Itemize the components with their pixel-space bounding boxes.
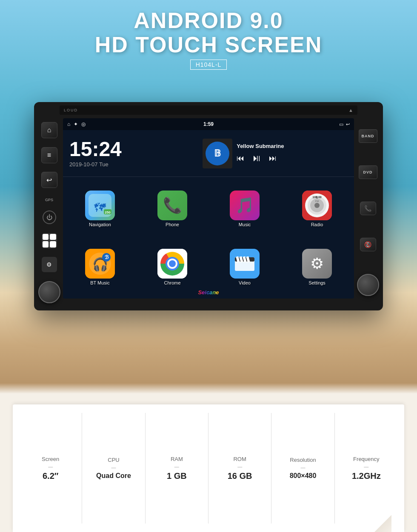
screen-icon: ▭ [339, 122, 343, 127]
spec-rom: ROM — 16 GB [208, 413, 271, 523]
phone-end-button[interactable]: 📵 [360, 238, 376, 251]
screen-dash: — [48, 464, 53, 469]
music-label: Music [239, 222, 251, 227]
svg-point-22 [169, 260, 176, 267]
screen-value: 6.2″ [43, 471, 58, 481]
clock-time: 15:24 [69, 139, 192, 159]
top-row: 15:24 2019-10-07 Tue 𝔹 Yellow Submarine [63, 130, 354, 177]
status-left-icons: ⌂ ✦ ◎ [67, 121, 86, 127]
header-line2: HD TOUCH SCREEN [0, 33, 417, 57]
right-panel: BAND DVD 📞 📵 [356, 119, 380, 306]
spec-cpu: CPU — Quad Core [82, 413, 145, 523]
phone-label: Phone [166, 222, 179, 227]
phone-answer-button[interactable]: 📞 [360, 202, 376, 215]
back-button[interactable]: ↩ [41, 172, 57, 188]
home-button[interactable]: ⌂ [41, 122, 57, 138]
dvd-button[interactable]: DVD [359, 165, 377, 179]
ram-dash: — [174, 464, 179, 469]
bt-music-label: BT Music [90, 280, 110, 285]
spec-screen: Screen — 6.2″ [19, 413, 82, 523]
rom-dash: — [237, 464, 242, 469]
cpu-dash: — [111, 465, 116, 470]
model-badge: H104L-L [190, 60, 227, 70]
status-right-icons: ▭ ↩ [339, 122, 350, 127]
resolution-dash: — [300, 465, 305, 470]
app-radio[interactable]: 108.00 FM Radio [282, 180, 352, 237]
specs-paper: Screen — 6.2″ CPU — Quad Core RAM — 1 GB… [13, 404, 404, 532]
frequency-dash: — [364, 464, 368, 469]
band-button[interactable]: BAND [359, 129, 377, 143]
prev-button[interactable]: ⏮ [237, 154, 244, 163]
music-section: 𝔹 Yellow Submarine ⏮ ⏯ ⏭ [198, 130, 354, 176]
music-controls: ⏮ ⏯ ⏭ [237, 153, 350, 164]
music-info: Yellow Submarine ⏮ ⏯ ⏭ [237, 143, 350, 164]
chrome-icon [157, 249, 187, 279]
brand-text: Seicane [198, 289, 219, 296]
music-icon: 🎵 [230, 191, 260, 220]
navigation-label: Navigation [89, 222, 111, 227]
svg-point-9 [314, 203, 320, 208]
next-button[interactable]: ⏭ [269, 154, 277, 163]
svg-text:250: 250 [105, 211, 111, 214]
rom-value: 16 GB [228, 471, 252, 481]
spec-ram: RAM — 1 GB [146, 413, 208, 523]
settings-label: Settings [308, 280, 326, 285]
album-art: 𝔹 [203, 139, 232, 168]
power-button[interactable]: ⏻ [43, 211, 56, 224]
app-grid-button[interactable] [42, 233, 57, 248]
app-settings[interactable]: ⚙ Settings [282, 239, 352, 295]
stereo-top-bar: LOUD ▲ [60, 105, 357, 115]
app-grid: 🗺 250 Navigation 📞 Phone [63, 177, 354, 299]
specs-grid: Screen — 6.2″ CPU — Quad Core RAM — 1 GB… [13, 404, 404, 532]
play-pause-button[interactable]: ⏯ [252, 153, 261, 164]
bt-icon: 𝔹 [206, 142, 229, 165]
target-icon: ◎ [81, 121, 86, 127]
status-bar: ⌂ ✦ ◎ 1:59 ▭ ↩ [63, 118, 354, 130]
menu-button[interactable]: ≡ [41, 147, 57, 163]
specs-section: Screen — 6.2″ CPU — Quad Core RAM — 1 GB… [0, 400, 417, 532]
frequency-label: Frequency [353, 456, 379, 462]
song-title: Yellow Submarine [237, 143, 350, 149]
ram-label: RAM [171, 456, 183, 462]
chrome-label: Chrome [164, 280, 180, 285]
loud-label: LOUD [64, 108, 78, 112]
ram-value: 1 GB [167, 471, 187, 481]
main-content: 15:24 2019-10-07 Tue 𝔹 Yellow Submarine [63, 130, 354, 299]
radio-label: Radio [311, 222, 323, 227]
screen-label: Screen [42, 456, 59, 462]
screen: ⌂ ✦ ◎ 1:59 ▭ ↩ 15:24 2019-10-07 Tue [63, 118, 354, 299]
app-navigation[interactable]: 🗺 250 Navigation [65, 180, 135, 237]
app-video[interactable]: Video [209, 239, 280, 295]
status-time: 1:59 [203, 121, 214, 127]
back-status-icon: ↩ [346, 122, 350, 127]
home-status-icon: ⌂ [67, 121, 70, 127]
svg-text:FM: FM [315, 200, 319, 202]
phone-icon: 📞 [157, 191, 187, 220]
app-bt-music[interactable]: 🎧 ℬ BT Music [65, 239, 135, 295]
right-knob[interactable] [357, 274, 379, 296]
frequency-value: 1.2GHz [352, 471, 381, 481]
settings-icon: ⚙ [302, 249, 332, 279]
video-icon [230, 249, 260, 279]
header-title: ANDROID 9.0 HD TOUCH SCREEN [0, 9, 417, 57]
radio-icon: 108.00 FM [302, 191, 332, 220]
rom-label: ROM [233, 456, 246, 462]
left-knob[interactable] [38, 281, 60, 303]
left-panel: ⌂ ≡ ↩ GPS ⏻ ⚙ [37, 119, 61, 306]
brightness-icon: ✦ [74, 121, 78, 127]
app-phone[interactable]: 📞 Phone [137, 180, 208, 237]
svg-text:ℬ: ℬ [105, 254, 109, 260]
app-music[interactable]: 🎵 Music [209, 180, 280, 237]
equalizer-button[interactable]: ⚙ [42, 257, 57, 272]
header-area: ANDROID 9.0 HD TOUCH SCREEN H104L-L [0, 9, 417, 70]
spec-frequency: Frequency — 1.2GHz [335, 413, 398, 523]
content-area: 15:24 2019-10-07 Tue 𝔹 Yellow Submarine [63, 130, 354, 299]
resolution-value: 800×480 [290, 472, 317, 480]
seicane-brand: Seicane [63, 288, 354, 296]
eject-icon: ▲ [348, 108, 353, 113]
video-label: Video [239, 280, 251, 285]
cpu-label: CPU [108, 457, 119, 463]
navigation-icon: 🗺 250 [85, 191, 115, 220]
gps-label: GPS [45, 198, 53, 202]
app-chrome[interactable]: Chrome [137, 239, 208, 295]
